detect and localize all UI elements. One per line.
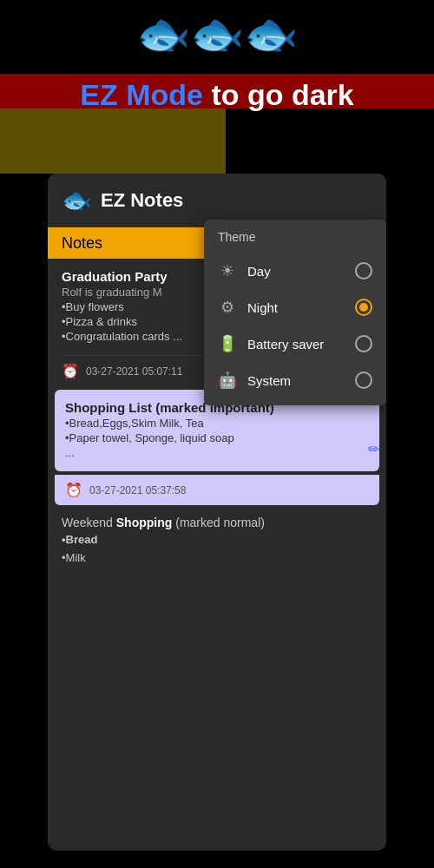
- shopping-bullet-3: ...: [65, 446, 369, 459]
- theme-option-battery[interactable]: 🔋 Battery saver: [204, 326, 386, 362]
- app-topbar: 🐟 EZ Notes Theme ☀ Day ⚙ Night 🔋 Battery…: [48, 174, 386, 227]
- headline-colored: EZ Mode: [80, 78, 203, 111]
- weekend-bullet-milk: •Milk: [62, 549, 372, 566]
- app-title: EZ Notes: [101, 189, 183, 212]
- header-dark-bar: [0, 108, 226, 174]
- shopping-edit-icon[interactable]: ✏: [368, 441, 379, 457]
- theme-option-system[interactable]: 🤖 System: [204, 362, 386, 398]
- android-icon: 🤖: [218, 371, 237, 390]
- theme-day-label: Day: [247, 264, 345, 279]
- theme-day-radio[interactable]: [355, 262, 372, 279]
- headline: EZ Mode to go dark: [0, 78, 434, 112]
- logo-icon: 🐟🐟🐟: [136, 10, 298, 58]
- shopping-bullet-1: •Bread,Eggs,Skim Milk, Tea: [65, 417, 369, 430]
- battery-icon: 🔋: [218, 334, 237, 353]
- theme-system-radio[interactable]: [355, 372, 372, 389]
- theme-night-radio[interactable]: [355, 299, 372, 316]
- theme-battery-label: Battery saver: [247, 337, 345, 352]
- weekend-title-bold: Shopping: [116, 516, 173, 529]
- sun-icon: ☀: [218, 261, 237, 280]
- theme-battery-radio[interactable]: [355, 335, 372, 352]
- theme-dropdown: Theme ☀ Day ⚙ Night 🔋 Battery saver 🤖: [204, 220, 386, 405]
- shopping-title-bold: Shopping List: [65, 400, 152, 415]
- shopping-bullet-2: •Paper towel, Sponge, liquid soap: [65, 431, 369, 444]
- theme-dropdown-title: Theme: [204, 230, 386, 253]
- graduation-timestamp-text: 03-27-2021 05:07:11: [86, 365, 182, 378]
- shopping-note-outer: Shopping List (marked important) •Bread,…: [48, 390, 386, 505]
- weekend-bullet-bread: •Bread: [62, 529, 372, 549]
- weekend-title-suffix: (marked normal): [175, 516, 265, 529]
- table-row: Weekend Shopping (marked normal) •Bread …: [48, 505, 386, 566]
- theme-night-label: Night: [247, 300, 345, 315]
- gear-night-icon: ⚙: [218, 298, 237, 317]
- shopping-timestamp: ⏰ 03-27-2021 05:37:58: [55, 475, 379, 505]
- weekend-title: Weekend Shopping (marked normal): [62, 516, 372, 529]
- theme-system-label: System: [247, 373, 345, 388]
- theme-option-night[interactable]: ⚙ Night: [204, 289, 386, 326]
- app-logo-area: 🐟🐟🐟: [136, 9, 298, 59]
- clock-icon-1: ⏰: [62, 363, 79, 379]
- shopping-timestamp-text: 03-27-2021 05:37:58: [89, 484, 186, 496]
- theme-option-day[interactable]: ☀ Day: [204, 253, 386, 289]
- app-logo-icon: 🐟: [62, 186, 92, 214]
- headline-white: to go dark: [203, 78, 354, 111]
- clock-icon-2: ⏰: [65, 482, 82, 498]
- notes-tab-label: Notes: [62, 234, 102, 253]
- app-card: 🐟 EZ Notes Theme ☀ Day ⚙ Night 🔋 Battery…: [48, 174, 386, 851]
- radio-inner-night: [359, 303, 368, 312]
